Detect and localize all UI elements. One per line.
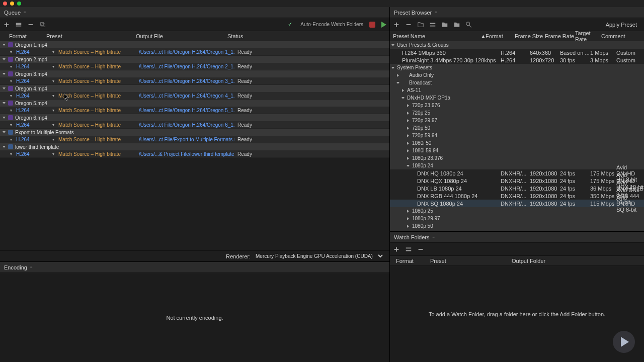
preset-folder[interactable]: 1080i 50	[390, 139, 644, 147]
search-icon[interactable]	[465, 21, 472, 28]
duplicate-icon[interactable]	[39, 21, 46, 28]
disclosure-icon[interactable]	[407, 165, 410, 167]
queue-group[interactable]: Oregon 2.mp4	[0, 56, 389, 63]
preset-folder[interactable]: 720p 29.97	[390, 117, 644, 124]
queue-preset[interactable]: Match Source – High bitrate	[58, 122, 139, 128]
queue-format[interactable]: H.264	[16, 151, 52, 157]
queue-output[interactable]: /Users/...ct File/Oregon H.264/Oregon 5_…	[139, 108, 234, 113]
close-window-icon[interactable]	[3, 2, 7, 6]
disclosure-icon[interactable]	[3, 44, 6, 46]
preset-dropdown-icon[interactable]: ▾	[52, 137, 58, 142]
queue-preset[interactable]: Match Source – High bitrate	[58, 108, 139, 113]
col-comment[interactable]: Comment	[601, 33, 644, 39]
col-preset-name[interactable]: Preset Name	[390, 33, 480, 39]
queue-group[interactable]: Oregon 1.mp4	[0, 41, 389, 48]
queue-output[interactable]: /Users/...ct File/Oregon H.264/Oregon 2_…	[139, 64, 234, 69]
preset-row[interactable]: DNX HQX 1080p 24DNXHR/...1920x108024 fps…	[390, 177, 644, 185]
col-preset[interactable]: Preset	[430, 258, 511, 264]
col-format[interactable]: Format	[390, 258, 430, 264]
preset-dropdown-icon[interactable]: ▾	[52, 50, 58, 54]
format-dropdown-icon[interactable]: ▾	[10, 108, 16, 113]
queue-output[interactable]: /Users/...ct File/Oregon H.264/Oregon 1_…	[139, 49, 234, 55]
disclosure-icon[interactable]	[396, 82, 399, 84]
queue-format[interactable]: H.264	[16, 122, 52, 128]
export-preset-icon[interactable]	[453, 21, 460, 28]
stop-queue-button[interactable]	[369, 22, 375, 28]
zoom-window-icon[interactable]	[17, 2, 21, 6]
preset-folder[interactable]: Broadcast	[390, 79, 644, 86]
queue-output[interactable]: /Users/...ct File/Oregon H.264/Oregon 3_…	[139, 78, 234, 84]
preset-row[interactable]: DNX SQ 1080p 24DNXHR/...1920x108024 fps1…	[390, 200, 644, 207]
play-overlay-button[interactable]	[613, 331, 635, 353]
col-frame-size[interactable]: Frame Size	[515, 33, 545, 39]
queue-output[interactable]: /Users/...ct File/Export to Multiple For…	[139, 137, 234, 142]
col-preset[interactable]: Preset	[46, 33, 136, 39]
format-dropdown-icon[interactable]: ▾	[10, 123, 16, 127]
add-watch-folder-icon[interactable]	[393, 246, 400, 253]
queue-format[interactable]: H.264	[16, 93, 52, 99]
disclosure-icon[interactable]	[407, 225, 409, 228]
format-dropdown-icon[interactable]: ▾	[10, 152, 16, 156]
queue-panel-tab[interactable]: Queue ≡	[0, 7, 389, 18]
queue-format[interactable]: H.264	[16, 137, 52, 142]
col-frame-rate[interactable]: Frame Rate	[545, 33, 575, 39]
preset-folder[interactable]: 1080p 25	[390, 207, 644, 215]
preset-folder[interactable]: 1080p 23.976	[390, 154, 644, 162]
preset-folder[interactable]: AS-11	[390, 86, 644, 94]
queue-group[interactable]: Oregon 6.mp4	[0, 114, 389, 121]
queue-format[interactable]: H.264	[16, 64, 52, 69]
queue-row[interactable]: ▾H.264▾Match Source – High bitrate/Users…	[0, 121, 389, 129]
watch-body[interactable]: To add a Watch Folder, drag a folder her…	[390, 266, 644, 362]
preset-row[interactable]: DNX RGB 444 1080p 24DNXHR/...1920x108024…	[390, 192, 644, 200]
new-preset-icon[interactable]	[393, 21, 400, 28]
add-output-icon[interactable]	[15, 21, 22, 28]
queue-row[interactable]: ▾H.264▾Match Source – High bitrate/Users…	[0, 107, 389, 114]
disclosure-icon[interactable]	[407, 149, 409, 152]
format-dropdown-icon[interactable]: ▾	[10, 94, 16, 98]
queue-group[interactable]: lower third template	[0, 143, 389, 150]
preset-dropdown-icon[interactable]: ▾	[52, 152, 58, 156]
preset-folder[interactable]: 720p 50	[390, 124, 644, 132]
queue-format[interactable]: H.264	[16, 78, 52, 84]
col-status[interactable]: Status	[227, 33, 389, 39]
disclosure-icon[interactable]	[407, 142, 409, 145]
edit-watch-icon[interactable]	[405, 246, 412, 253]
queue-output[interactable]: /Users/...ct File/Oregon H.264/Oregon 6_…	[139, 122, 234, 128]
queue-preset[interactable]: Match Source – High bitrate	[58, 49, 139, 55]
queue-preset[interactable]: Match Source – High bitrate	[58, 93, 139, 99]
format-dropdown-icon[interactable]: ▾	[10, 79, 16, 83]
preset-folder[interactable]: 1080i 59.94	[390, 147, 644, 154]
preset-row[interactable]: PluralSight 3-4Mbps 720 30p 128kbpsH.264…	[390, 56, 644, 64]
remove-watch-icon[interactable]	[417, 246, 424, 253]
col-format[interactable]: Format	[486, 33, 515, 39]
add-source-icon[interactable]	[3, 21, 10, 28]
preset-folder[interactable]: 1080p 24	[390, 162, 644, 169]
queue-format[interactable]: H.264	[16, 108, 52, 113]
disclosure-icon[interactable]	[3, 73, 6, 75]
queue-output[interactable]: /Users/...& Project File/lower third tem…	[139, 151, 234, 157]
queue-row[interactable]: ▾H.264▾Match Source – High bitrate/Users…	[0, 136, 389, 143]
disclosure-icon[interactable]	[3, 102, 6, 104]
disclosure-icon[interactable]	[407, 210, 409, 213]
queue-group[interactable]: Oregon 5.mp4	[0, 100, 389, 107]
disclosure-icon[interactable]	[391, 67, 394, 69]
disclosure-icon[interactable]	[391, 44, 394, 46]
format-dropdown-icon[interactable]: ▾	[10, 64, 16, 69]
renderer-select[interactable]: Mercury Playback Engine GPU Acceleration…	[254, 253, 384, 259]
preset-folder[interactable]: 1080p 50	[390, 222, 644, 230]
col-format[interactable]: Format	[0, 33, 46, 39]
remove-icon[interactable]	[27, 21, 34, 28]
preset-folder[interactable]: User Presets & Groups	[390, 41, 644, 49]
queue-row[interactable]: ▾H.264▾Match Source – High bitrate/Users…	[0, 150, 389, 158]
delete-preset-icon[interactable]	[405, 21, 412, 28]
disclosure-icon[interactable]	[397, 74, 399, 77]
queue-row[interactable]: ▾H.264▾Match Source – High bitrate/Users…	[0, 63, 389, 70]
disclosure-icon[interactable]	[407, 119, 409, 122]
auto-encode-label[interactable]: Auto-Encode Watch Folders	[300, 22, 363, 27]
new-group-icon[interactable]	[417, 21, 424, 28]
queue-preset[interactable]: Match Source – High bitrate	[58, 78, 139, 84]
preset-panel-tab[interactable]: Preset Browser ≡	[390, 7, 644, 18]
queue-row[interactable]: ▾H.264▾Match Source – High bitrate/Users…	[0, 77, 389, 85]
preset-folder[interactable]: 1080p 29.97	[390, 215, 644, 222]
preset-row[interactable]: H.264 1Mbps 360H.264640x360Based on ...1…	[390, 49, 644, 56]
